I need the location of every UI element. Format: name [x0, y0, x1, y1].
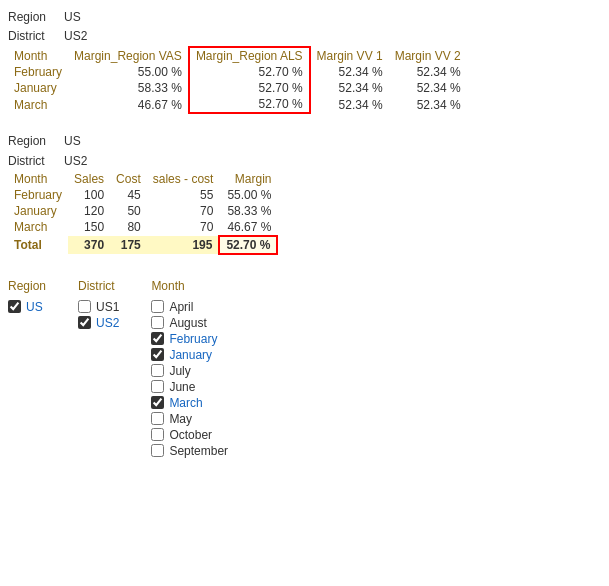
table2-col-cost: Cost	[110, 171, 147, 187]
filter-checkbox-label: US2	[96, 316, 119, 330]
table1-row: March 46.67 % 52.70 % 52.34 % 52.34 %	[8, 96, 467, 113]
table2-row: January 120 50 70 58.33 %	[8, 203, 277, 219]
filter-checkbox-label: US1	[96, 300, 119, 314]
filter-checkbox[interactable]	[151, 348, 164, 361]
filter-checkbox-row: February	[151, 331, 228, 347]
table1-district-value: US2	[64, 27, 87, 46]
filter-checkbox[interactable]	[151, 444, 164, 457]
t2-sales-cost: 55	[147, 187, 220, 203]
table2-total-row: Total 370 175 195 52.70 %	[8, 236, 277, 254]
t2-margin: 55.00 %	[219, 187, 277, 203]
table1: Month Margin_Region VAS Margin_Region AL…	[8, 46, 467, 114]
filter-checkbox-row: June	[151, 379, 228, 395]
filter-district-title: District	[78, 279, 119, 293]
t1-margin-vv1: 52.34 %	[310, 80, 389, 96]
filter-checkbox-label: January	[169, 348, 212, 362]
filter-checkbox-row: January	[151, 347, 228, 363]
table1-section: Region US District US2 Month Margin_Regi…	[8, 8, 601, 114]
table1-col-margin-als: Margin_Region ALS	[189, 47, 310, 64]
table1-col-margin-vas: Margin_Region VAS	[68, 47, 189, 64]
total-cost: 175	[110, 236, 147, 254]
filter-checkbox-row: US1	[78, 299, 119, 315]
filter-checkbox-row: October	[151, 427, 228, 443]
filter-checkbox-label: September	[169, 444, 228, 458]
filter-checkbox-label: May	[169, 412, 192, 426]
filter-checkbox-label: June	[169, 380, 195, 394]
filter-checkbox[interactable]	[151, 380, 164, 393]
filter-region-group: Region US	[8, 279, 46, 459]
table2-col-margin: Margin	[219, 171, 277, 187]
t2-sales: 150	[68, 219, 110, 236]
table2: Month Sales Cost sales - cost Margin Feb…	[8, 171, 278, 255]
filter-checkbox-label: February	[169, 332, 217, 346]
table1-col-margin-vv1: Margin VV 1	[310, 47, 389, 64]
filter-checkbox[interactable]	[151, 364, 164, 377]
filter-checkbox-label: US	[26, 300, 43, 314]
table1-region-value: US	[64, 8, 81, 27]
t1-margin-vv2: 52.34 %	[389, 80, 467, 96]
total-label: Total	[8, 236, 68, 254]
filter-checkbox[interactable]	[151, 428, 164, 441]
t1-margin-vv2: 52.34 %	[389, 64, 467, 80]
filter-checkbox[interactable]	[78, 300, 91, 313]
t2-month: February	[8, 187, 68, 203]
t2-margin: 46.67 %	[219, 219, 277, 236]
t2-margin: 58.33 %	[219, 203, 277, 219]
filter-checkbox-row: April	[151, 299, 228, 315]
filter-checkbox-row: US2	[78, 315, 119, 331]
filter-checkbox-row: US	[8, 299, 46, 315]
t1-margin-als: 52.70 %	[189, 80, 310, 96]
table2-region-value: US	[64, 132, 81, 151]
filter-month-group: Month AprilAugustFebruaryJanuaryJulyJune…	[151, 279, 228, 459]
table1-district-label: District	[8, 27, 60, 46]
t1-margin-vv2: 52.34 %	[389, 96, 467, 113]
table1-month-header: Month	[8, 47, 68, 64]
table2-district-value: US2	[64, 152, 87, 171]
table1-col-margin-vv2: Margin VV 2	[389, 47, 467, 64]
table1-region-row: Region US	[8, 8, 601, 27]
table2-col-sales-cost: sales - cost	[147, 171, 220, 187]
t2-sales-cost: 70	[147, 219, 220, 236]
t2-cost: 80	[110, 219, 147, 236]
table2-row: March 150 80 70 46.67 %	[8, 219, 277, 236]
filter-checkbox-label: August	[169, 316, 206, 330]
table2-district-row: District US2	[8, 152, 601, 171]
table2-month-header: Month	[8, 171, 68, 187]
t1-month: March	[8, 96, 68, 113]
table2-region-label: Region	[8, 132, 60, 151]
t2-cost: 50	[110, 203, 147, 219]
filter-district-group: District US1US2	[78, 279, 119, 459]
filter-checkbox-label: October	[169, 428, 212, 442]
t1-margin-vas: 55.00 %	[68, 64, 189, 80]
filter-section: Region US District US1US2 Month AprilAug…	[8, 279, 601, 459]
table2-row: February 100 45 55 55.00 %	[8, 187, 277, 203]
t1-month: January	[8, 80, 68, 96]
t2-month: January	[8, 203, 68, 219]
t2-cost: 45	[110, 187, 147, 203]
filter-checkbox[interactable]	[151, 332, 164, 345]
filter-checkbox-row: September	[151, 443, 228, 459]
table2-region-row: Region US	[8, 132, 601, 151]
total-sales-cost: 195	[147, 236, 220, 254]
filter-checkbox-label: April	[169, 300, 193, 314]
filter-checkbox[interactable]	[151, 300, 164, 313]
filter-checkbox-label: July	[169, 364, 190, 378]
table2-col-sales: Sales	[68, 171, 110, 187]
t1-margin-als: 52.70 %	[189, 96, 310, 113]
filter-checkbox[interactable]	[151, 396, 164, 409]
filter-checkbox-row: May	[151, 411, 228, 427]
t2-sales: 120	[68, 203, 110, 219]
filter-checkbox[interactable]	[78, 316, 91, 329]
table1-row: February 55.00 % 52.70 % 52.34 % 52.34 %	[8, 64, 467, 80]
table1-region-label: Region	[8, 8, 60, 27]
t2-month: March	[8, 219, 68, 236]
t1-margin-vas: 46.67 %	[68, 96, 189, 113]
filter-checkbox[interactable]	[151, 316, 164, 329]
t1-month: February	[8, 64, 68, 80]
filter-checkbox-label: March	[169, 396, 202, 410]
filter-checkbox[interactable]	[151, 412, 164, 425]
table2-section: Region US District US2 Month Sales Cost …	[8, 132, 601, 254]
filter-checkbox[interactable]	[8, 300, 21, 313]
filter-checkbox-row: March	[151, 395, 228, 411]
t1-margin-vv1: 52.34 %	[310, 96, 389, 113]
